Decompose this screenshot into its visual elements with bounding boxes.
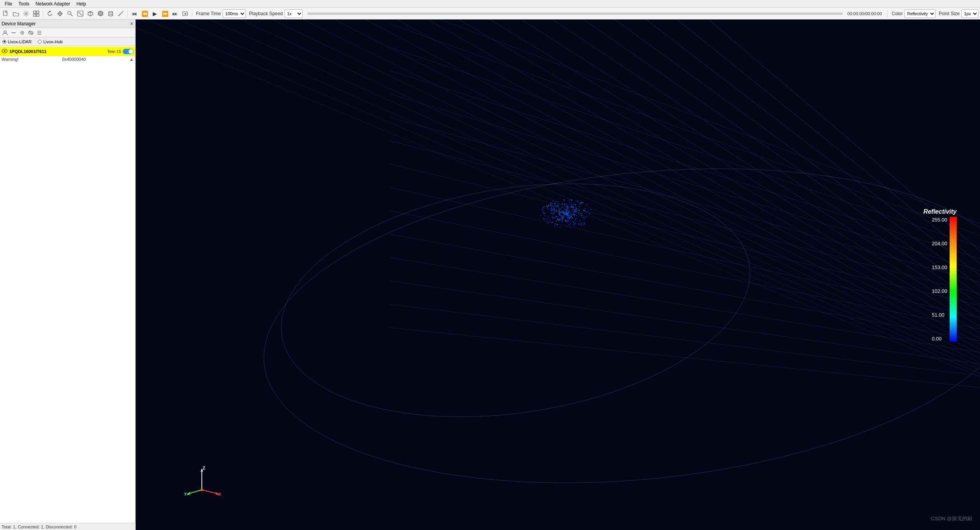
svg-line-34 bbox=[188, 490, 202, 494]
color-legend: Reflectivity 255.00 204.00 153.00 102.00… bbox=[923, 208, 957, 342]
left-panel: Device Manager ✕ Livox-LiDAR bbox=[0, 19, 136, 530]
lidar-tab[interactable]: Livox-LiDAR bbox=[2, 39, 32, 44]
legend-val-3: 102.00 bbox=[932, 288, 947, 294]
play-btn[interactable]: ▶ bbox=[150, 9, 159, 18]
menu-network-adapter[interactable]: Network Adapter bbox=[32, 0, 73, 7]
menu-help[interactable]: Help bbox=[73, 0, 89, 7]
remove-device-btn[interactable] bbox=[10, 29, 17, 36]
prev-btn[interactable]: ⏪ bbox=[140, 9, 149, 18]
menu-bar: File Tools Network Adapter Help bbox=[0, 0, 980, 8]
open-file-btn[interactable] bbox=[12, 9, 20, 18]
device-id-input[interactable] bbox=[9, 49, 106, 54]
collapse-arrow-icon[interactable]: ▲ bbox=[129, 57, 134, 62]
prev-start-btn[interactable]: ⏮ bbox=[130, 9, 139, 18]
legend-bar: 255.00 204.00 153.00 102.00 51.00 0.00 bbox=[932, 217, 957, 342]
toolbar: ⏮ ⏪ ▶ ⏩ ⏭ Frame Time 100ms 50ms 200ms Pl… bbox=[0, 8, 980, 19]
pan-btn[interactable] bbox=[56, 9, 64, 18]
svg-line-8 bbox=[71, 14, 73, 16]
rotate-btn[interactable] bbox=[46, 9, 54, 18]
add-device-btn[interactable] bbox=[2, 29, 9, 36]
viewport[interactable]: Z X Y Reflectivity 255.00 204.00 153.00 … bbox=[136, 19, 980, 530]
sep1 bbox=[43, 10, 43, 17]
close-icon[interactable]: ✕ bbox=[130, 21, 134, 27]
frame-time-label: Frame Time bbox=[196, 11, 221, 16]
legend-val-2: 153.00 bbox=[932, 264, 947, 270]
device-type-label: Tele-15 bbox=[107, 49, 121, 54]
svg-line-10 bbox=[79, 12, 82, 15]
sep3 bbox=[192, 10, 192, 17]
legend-val-5: 0.00 bbox=[932, 336, 947, 342]
legend-labels: 255.00 204.00 153.00 102.00 51.00 0.00 bbox=[932, 217, 947, 342]
settings-btn[interactable] bbox=[22, 9, 30, 18]
svg-rect-5 bbox=[37, 14, 39, 16]
list-view-btn[interactable] bbox=[36, 29, 43, 36]
svg-point-36 bbox=[201, 489, 203, 491]
svg-point-29 bbox=[4, 50, 5, 52]
playback-bar[interactable] bbox=[307, 12, 843, 15]
record-btn[interactable] bbox=[181, 9, 189, 18]
warning-row: Warning! 0x40000040 ▲ bbox=[0, 56, 135, 62]
lidar-tab-label: Livox-LiDAR bbox=[8, 39, 32, 44]
svg-marker-35 bbox=[186, 492, 190, 495]
legend-val-1: 204.00 bbox=[932, 241, 947, 246]
svg-rect-2 bbox=[34, 11, 36, 13]
svg-point-7 bbox=[68, 11, 71, 14]
device-row: Tele-15 bbox=[0, 47, 135, 56]
reset-btn[interactable] bbox=[76, 9, 85, 18]
point-size-label: Point Size bbox=[939, 11, 960, 16]
svg-point-13 bbox=[109, 11, 113, 13]
device-eye-icon[interactable] bbox=[2, 48, 8, 55]
menu-file[interactable]: File bbox=[2, 0, 15, 7]
legend-val-4: 51.00 bbox=[932, 312, 947, 318]
cylinder-btn[interactable] bbox=[106, 9, 115, 18]
livox-tabs: Livox-LiDAR Livox-Hub bbox=[0, 37, 135, 46]
frame-time-select[interactable]: 100ms 50ms 200ms bbox=[222, 9, 246, 18]
sep2 bbox=[127, 10, 128, 17]
main-layout: Device Manager ✕ Livox-LiDAR bbox=[0, 19, 980, 530]
svg-rect-4 bbox=[34, 14, 36, 16]
hub-tab[interactable]: Livox-Hub bbox=[38, 39, 63, 44]
hub-tab-label: Livox-Hub bbox=[43, 39, 63, 44]
zoom-btn[interactable] bbox=[66, 9, 74, 18]
device-list: Tele-15 Warning! 0x40000040 ▲ bbox=[0, 46, 135, 530]
warning-label: Warning! bbox=[2, 57, 19, 62]
time-display: 00:00:00/00:00:00 bbox=[848, 11, 882, 16]
svg-line-18 bbox=[118, 15, 119, 16]
new-file-btn[interactable] bbox=[2, 9, 10, 18]
svg-text:X: X bbox=[218, 492, 221, 496]
measure-btn[interactable] bbox=[117, 9, 125, 18]
next-end-btn[interactable]: ⏭ bbox=[171, 9, 179, 18]
grid-btn[interactable] bbox=[32, 9, 41, 18]
playback-speed-select[interactable]: 1x 2x 0.5x bbox=[284, 9, 303, 18]
color-select[interactable]: Reflectivity RGB Intensity bbox=[904, 9, 936, 18]
legend-val-0: 255.00 bbox=[932, 217, 947, 223]
color-label: Color bbox=[892, 11, 903, 16]
svg-rect-0 bbox=[4, 11, 7, 16]
playback-speed-label: Playback Speed bbox=[249, 11, 283, 16]
svg-point-24 bbox=[22, 32, 23, 33]
warning-code: 0x40000040 bbox=[62, 57, 86, 62]
svg-text:Y: Y bbox=[184, 492, 187, 496]
show-device-btn[interactable] bbox=[19, 29, 26, 36]
device-toggle[interactable] bbox=[123, 49, 134, 54]
svg-marker-6 bbox=[49, 11, 51, 12]
hide-device-btn[interactable] bbox=[27, 29, 34, 36]
viewport-canvas[interactable] bbox=[136, 19, 980, 530]
hub-radio[interactable] bbox=[38, 40, 42, 44]
legend-title: Reflectivity bbox=[923, 208, 957, 215]
svg-point-21 bbox=[4, 31, 6, 33]
svg-rect-3 bbox=[37, 11, 39, 13]
device-manager-title: Device Manager bbox=[2, 21, 35, 27]
lidar-radio[interactable] bbox=[2, 40, 6, 44]
3d-btn[interactable] bbox=[86, 9, 95, 18]
menu-tools[interactable]: Tools bbox=[15, 0, 32, 7]
next-btn[interactable]: ⏩ bbox=[161, 9, 169, 18]
cube-btn[interactable] bbox=[96, 9, 105, 18]
point-size-select[interactable]: 1px 2px 3px bbox=[961, 9, 978, 18]
axes-overlay: Z X Y bbox=[182, 466, 221, 499]
device-panel-toolbar bbox=[0, 28, 135, 37]
svg-line-32 bbox=[202, 490, 217, 494]
svg-text:Z: Z bbox=[203, 466, 205, 470]
legend-gradient bbox=[950, 217, 957, 342]
sep4 bbox=[887, 10, 888, 17]
